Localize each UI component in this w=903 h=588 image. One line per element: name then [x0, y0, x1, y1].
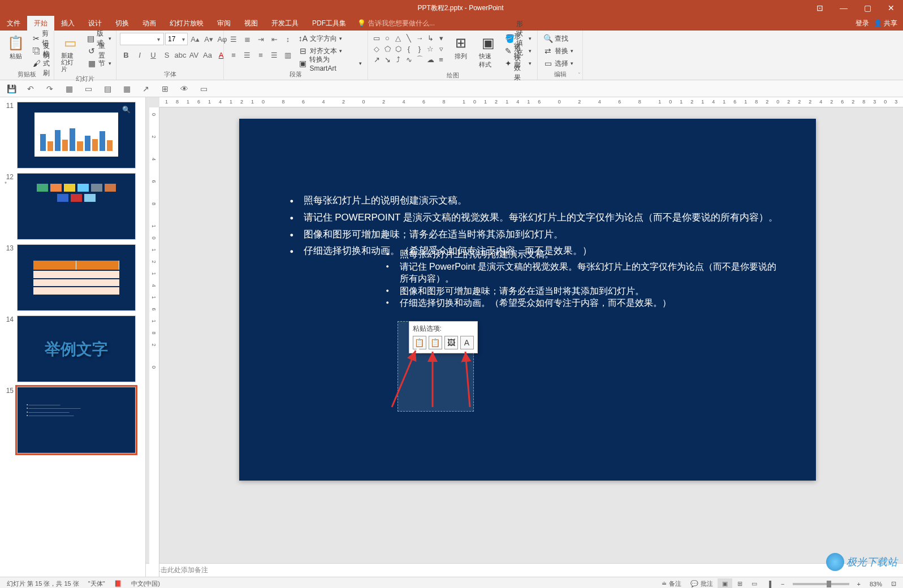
strike-button[interactable]: S — [161, 49, 173, 61]
line-spacing-button[interactable]: ↕ — [282, 33, 294, 45]
redo-button[interactable]: ↷ — [44, 83, 55, 94]
ribbon-display-options-button[interactable]: ⊡ — [808, 0, 832, 16]
sub-bullet-1[interactable]: 照每张幻灯片上的说明创建演示文稿。 — [386, 248, 782, 261]
zoom-level[interactable]: 83% — [865, 581, 887, 587]
shapes-gallery[interactable]: ▭ ○ △ ╲ → ↳ ▾ ◇ ⬠ ⬡ { } ☆ ▿ ↗ ↘ ⤴ ∿ ⌒ ☁ — [371, 33, 446, 64]
maximize-button[interactable]: ▢ — [856, 0, 879, 16]
slide-counter[interactable]: 幻灯片 第 15 张，共 15 张 — [2, 580, 84, 588]
language-indicator[interactable]: 中文(中国) — [127, 580, 165, 588]
notes-pane[interactable]: 单击此处添加备注 — [146, 563, 903, 577]
tab-review[interactable]: 审阅 — [210, 16, 237, 31]
format-painter-button[interactable]: 🖌格式刷 — [31, 58, 53, 69]
comments-toggle[interactable]: 💬 批注 — [686, 580, 718, 588]
bullet-1[interactable]: 照每张幻灯片上的说明创建演示文稿。 — [290, 192, 782, 209]
shape-effects-button[interactable]: ✦形状效果▾ — [503, 58, 534, 69]
shape-rect-icon[interactable]: ▭ — [371, 33, 382, 43]
slideshow-view-button[interactable]: ▐ — [762, 578, 776, 589]
text-direction-button[interactable]: ↕A文字方向▾ — [296, 33, 364, 44]
decrease-font-button[interactable]: A▾ — [202, 33, 215, 45]
find-button[interactable]: 🔍查找 — [541, 33, 576, 44]
save-button[interactable]: 💾 — [6, 83, 17, 94]
share-button[interactable]: 👤 共享 — [874, 19, 897, 28]
qat-btn-6[interactable]: ▤ — [102, 83, 113, 94]
thumb-slide-11[interactable]: 11 🔍 — [0, 100, 145, 171]
spellcheck-icon[interactable]: 📕 — [110, 580, 127, 587]
spacing-button[interactable]: AV — [188, 49, 200, 61]
paste-text-only-button[interactable]: A — [460, 336, 474, 349]
bold-button[interactable]: B — [120, 49, 132, 61]
thumb-slide-13[interactable]: 13 — [0, 242, 145, 313]
thumb-slide-12[interactable]: 12 * — [0, 171, 145, 242]
shadow-button[interactable]: abc — [174, 49, 187, 61]
tab-animations[interactable]: 动画 — [136, 16, 163, 31]
font-size-input[interactable]: ▾ — [165, 33, 188, 45]
shape-oval-icon[interactable]: ○ — [382, 33, 392, 43]
sorter-view-button[interactable]: ⊞ — [732, 578, 747, 589]
qat-btn-10[interactable]: 👁 — [179, 83, 190, 94]
italic-button[interactable]: I — [133, 49, 146, 61]
align-center-button[interactable]: ☰ — [241, 49, 253, 61]
undo-button[interactable]: ↶ — [25, 83, 36, 94]
vertical-ruler[interactable]: 0 2 4 6 8 10121416182 0 — [149, 107, 159, 577]
shape-more-icon[interactable]: ▾ — [436, 33, 446, 43]
shape-arrow-icon[interactable]: → — [414, 33, 425, 43]
slide-thumbnail-panel[interactable]: 11 🔍 12 * — [0, 97, 146, 577]
slide-canvas[interactable]: 照每张幻灯片上的说明创建演示文稿。 请记住 POWERPOINT 是演示文稿的视… — [239, 119, 816, 481]
align-left-button[interactable]: ≡ — [227, 49, 240, 61]
sub-bullet-3[interactable]: 图像和图形可增加趣味；请务必在适当时将其添加到幻灯片。 — [386, 285, 782, 297]
fit-window-button[interactable]: ⊡ — [887, 580, 901, 587]
decrease-indent-button[interactable]: ⇤ — [268, 33, 280, 45]
tab-file[interactable]: 文件 — [0, 16, 27, 31]
align-right-button[interactable]: ≡ — [254, 49, 267, 61]
tab-view[interactable]: 视图 — [237, 16, 265, 31]
thumb-slide-15[interactable]: 15 ● ——————————————● ———————————————————… — [0, 384, 145, 456]
shape-elbow-icon[interactable]: ↳ — [425, 33, 435, 43]
sub-bullet-4[interactable]: 仔细选择切换和动画。（希望受众如何专注于内容，而不是效果。） — [386, 297, 782, 309]
shape-line-icon[interactable]: ╲ — [404, 33, 414, 43]
reset-button[interactable]: ↺重置 — [85, 45, 114, 57]
notes-toggle[interactable]: ≐ 备注 — [657, 580, 686, 588]
increase-indent-button[interactable]: ⇥ — [254, 33, 267, 45]
close-button[interactable]: ✕ — [879, 0, 903, 16]
login-button[interactable]: 登录 — [856, 19, 869, 28]
sub-bullet-2[interactable]: 请记住 PowerPoint 是演示文稿的视觉效果。每张幻灯片上的文字仅作为论点… — [386, 261, 782, 285]
zoom-in-button[interactable]: + — [853, 581, 865, 587]
tab-developer[interactable]: 开发工具 — [265, 16, 305, 31]
quick-styles-button[interactable]: ▣ 快速样式 — [476, 33, 500, 70]
tab-insert[interactable]: 插入 — [54, 16, 81, 31]
qat-btn-8[interactable]: ↗ — [140, 83, 152, 94]
qat-btn-7[interactable]: ▦ — [121, 83, 132, 94]
case-button[interactable]: Aa — [201, 49, 214, 61]
bullets-button[interactable]: ☰ — [227, 33, 240, 45]
tab-slideshow[interactable]: 幻灯片放映 — [163, 16, 210, 31]
normal-view-button[interactable]: ▣ — [718, 578, 732, 589]
select-button[interactable]: ▭选择▾ — [541, 58, 576, 69]
shape-triangle-icon[interactable]: △ — [393, 33, 403, 43]
theme-indicator[interactable]: "天体" — [84, 580, 110, 588]
qat-btn-5[interactable]: ▭ — [83, 83, 94, 94]
minimize-button[interactable]: — — [832, 0, 856, 16]
bullet-3[interactable]: 图像和图形可增加趣味；请务必在适当时将其添加到幻灯片。 — [290, 226, 782, 243]
qat-btn-4[interactable]: ▦ — [63, 83, 75, 94]
justify-button[interactable]: ☰ — [268, 49, 280, 61]
smartart-button[interactable]: ▣转换为 SmartArt▾ — [296, 58, 364, 69]
increase-font-button[interactable]: A▴ — [189, 33, 201, 45]
paste-button[interactable]: 📋 粘贴 — [3, 33, 28, 62]
bullet-2[interactable]: 请记住 POWERPOINT 是演示文稿的视觉效果。每张幻灯片上的文字仅作为论点… — [290, 209, 782, 226]
qat-btn-9[interactable]: ⊞ — [159, 83, 171, 94]
paste-use-destination-button[interactable]: 📋 — [429, 336, 442, 349]
arrange-button[interactable]: ⊞ 排列 — [448, 33, 473, 62]
font-name-input[interactable]: ▾ — [120, 33, 164, 45]
reading-view-button[interactable]: ▭ — [747, 578, 762, 589]
qat-btn-11[interactable]: ▭ — [198, 83, 209, 94]
zoom-out-button[interactable]: − — [776, 581, 789, 587]
tab-transitions[interactable]: 切换 — [109, 16, 136, 31]
columns-button[interactable]: ▥ — [282, 49, 294, 61]
collapse-ribbon-button[interactable]: ˇ — [578, 72, 580, 79]
tell-me-search[interactable]: 💡 告诉我您想要做什么... — [353, 19, 435, 28]
thumb-slide-14[interactable]: 14 举例文字 — [0, 313, 145, 384]
horizontal-ruler[interactable]: 1816141210 8 6 4 2 0 2 4 6 8 10121416 0 … — [159, 97, 903, 107]
replace-button[interactable]: ⇄替换▾ — [541, 45, 576, 57]
tab-pdf[interactable]: PDF工具集 — [305, 16, 353, 31]
numbering-button[interactable]: ≣ — [241, 33, 253, 45]
